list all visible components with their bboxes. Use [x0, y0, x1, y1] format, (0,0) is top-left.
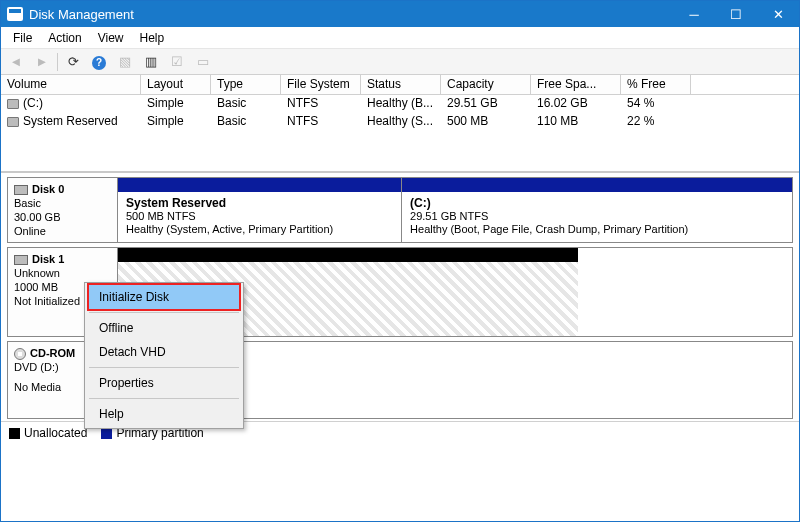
legend-primary-swatch — [101, 428, 112, 439]
ctx-help[interactable]: Help — [87, 402, 241, 426]
ctx-detach-vhd[interactable]: Detach VHD — [87, 340, 241, 364]
part-line2: Healthy (System, Active, Primary Partiti… — [126, 223, 393, 236]
legend-unalloc-label: Unallocated — [24, 426, 87, 440]
col-layout[interactable]: Layout — [141, 75, 211, 94]
part-title: System Reserved — [126, 196, 393, 210]
disk1-bar — [118, 248, 578, 262]
part-line2: Healthy (Boot, Page File, Crash Dump, Pr… — [410, 223, 784, 236]
disk-management-window: Disk Management ─ ☐ ✕ File Action View H… — [0, 0, 800, 522]
toolbar: ◄ ► ⟳ ▧ ▥ ☑ ▭ — [1, 49, 799, 75]
menubar: File Action View Help — [1, 27, 799, 49]
vol-fs: NTFS — [281, 113, 361, 131]
menu-file[interactable]: File — [5, 29, 40, 47]
disk-icon — [14, 185, 28, 195]
vol-fs: NTFS — [281, 95, 361, 113]
ctx-properties[interactable]: Properties — [87, 371, 241, 395]
vol-cap: 29.51 GB — [441, 95, 531, 113]
refresh-button[interactable]: ⟳ — [62, 52, 84, 72]
context-menu: Initialize Disk Offline Detach VHD Prope… — [84, 282, 244, 429]
disk1-bar-unalloc — [118, 248, 578, 262]
disk0-name: Disk 0 — [32, 183, 64, 195]
vol-layout: Simple — [141, 95, 211, 113]
disk1-type: Unknown — [14, 266, 111, 280]
toolbar-separator — [57, 53, 58, 71]
partition-c[interactable]: (C:) 29.51 GB NTFS Healthy (Boot, Page F… — [401, 192, 792, 242]
col-status[interactable]: Status — [361, 75, 441, 94]
vol-status: Healthy (S... — [361, 113, 441, 131]
tb-icon-1[interactable]: ▧ — [114, 52, 136, 72]
disk0-partitions: System Reserved 500 MB NTFS Healthy (Sys… — [118, 192, 792, 242]
disk0-size: 30.00 GB — [14, 210, 111, 224]
cdrom-name: CD-ROM — [30, 347, 75, 359]
col-type[interactable]: Type — [211, 75, 281, 94]
vol-name: System Reserved — [23, 114, 118, 128]
disk0-type: Basic — [14, 196, 111, 210]
part-line1: 500 MB NTFS — [126, 210, 393, 223]
col-pctfree[interactable]: % Free — [621, 75, 691, 94]
maximize-button[interactable]: ☐ — [715, 1, 757, 27]
part-line1: 29.51 GB NTFS — [410, 210, 784, 223]
vol-type: Basic — [211, 95, 281, 113]
app-icon — [7, 7, 23, 21]
disk0-state: Online — [14, 224, 111, 238]
volume-row[interactable]: System Reserved Simple Basic NTFS Health… — [1, 113, 799, 131]
disk0-bar-seg0 — [118, 178, 401, 192]
menu-help[interactable]: Help — [132, 29, 173, 47]
menu-view[interactable]: View — [90, 29, 132, 47]
legend-unallocated: Unallocated — [9, 426, 87, 440]
tb-icon-2[interactable]: ▥ — [140, 52, 162, 72]
vol-type: Basic — [211, 113, 281, 131]
col-volume[interactable]: Volume — [1, 75, 141, 94]
ctx-offline[interactable]: Offline — [87, 316, 241, 340]
disk0-bar-seg1 — [402, 178, 792, 192]
col-capacity[interactable]: Capacity — [441, 75, 531, 94]
tb-icon-3[interactable]: ☑ — [166, 52, 188, 72]
volume-header-row: Volume Layout Type File System Status Ca… — [1, 75, 799, 95]
back-button[interactable]: ◄ — [5, 52, 27, 72]
disk-row-disk0[interactable]: Disk 0 Basic 30.00 GB Online System Rese… — [7, 177, 793, 243]
ctx-separator — [89, 367, 239, 368]
vol-cap: 500 MB — [441, 113, 531, 131]
disk1-name: Disk 1 — [32, 253, 64, 265]
vol-layout: Simple — [141, 113, 211, 131]
help-icon — [92, 54, 106, 70]
vol-free: 110 MB — [531, 113, 621, 131]
disk0-info: Disk 0 Basic 30.00 GB Online — [8, 178, 118, 242]
window-title: Disk Management — [29, 7, 673, 22]
partition-system-reserved[interactable]: System Reserved 500 MB NTFS Healthy (Sys… — [118, 192, 401, 242]
ctx-initialize-disk[interactable]: Initialize Disk — [87, 283, 241, 311]
vol-free: 16.02 GB — [531, 95, 621, 113]
forward-button[interactable]: ► — [31, 52, 53, 72]
disk0-body: System Reserved 500 MB NTFS Healthy (Sys… — [118, 178, 792, 242]
volume-row[interactable]: (C:) Simple Basic NTFS Healthy (B... 29.… — [1, 95, 799, 113]
ctx-separator — [89, 398, 239, 399]
menu-action[interactable]: Action — [40, 29, 89, 47]
minimize-button[interactable]: ─ — [673, 1, 715, 27]
volume-list: Volume Layout Type File System Status Ca… — [1, 75, 799, 173]
col-free[interactable]: Free Spa... — [531, 75, 621, 94]
vol-status: Healthy (B... — [361, 95, 441, 113]
disk0-bar — [118, 178, 792, 192]
drive-icon — [7, 99, 19, 109]
disk-icon — [14, 255, 28, 265]
legend-unalloc-swatch — [9, 428, 20, 439]
vol-pct: 22 % — [621, 113, 691, 131]
close-button[interactable]: ✕ — [757, 1, 799, 27]
part-title: (C:) — [410, 196, 784, 210]
col-filesystem[interactable]: File System — [281, 75, 361, 94]
vol-pct: 54 % — [621, 95, 691, 113]
drive-icon — [7, 117, 19, 127]
vol-name: (C:) — [23, 96, 43, 110]
volume-list-spacer — [1, 131, 799, 171]
titlebar: Disk Management ─ ☐ ✕ — [1, 1, 799, 27]
tb-icon-4[interactable]: ▭ — [192, 52, 214, 72]
ctx-separator — [89, 312, 239, 313]
help-button[interactable] — [88, 52, 110, 72]
cdrom-icon — [14, 348, 26, 360]
